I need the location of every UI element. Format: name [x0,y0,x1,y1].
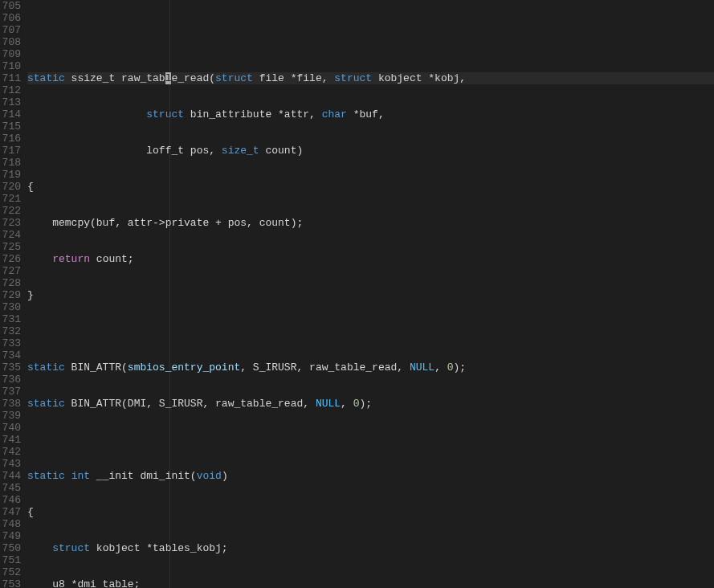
code-line[interactable]: static BIN_ATTR(DMI, S_IRUSR, raw_table_… [27,398,714,410]
line-number: 707 [0,24,21,36]
line-number: 710 [0,60,21,72]
line-number: 720 [0,181,21,193]
code-line[interactable]: return count; [27,253,714,265]
line-number: 733 [0,337,21,349]
line-number: 711 [0,72,21,84]
line-number: 752 [0,566,21,578]
code-line[interactable]: u8 *dmi_table; [27,578,714,588]
code-line[interactable]: static ssize_t raw_table_read(struct fil… [27,72,714,84]
line-number: 750 [0,542,21,554]
keyword: void [197,470,222,482]
line-number: 721 [0,193,21,205]
line-number: 722 [0,205,21,217]
code-text: u8 *dmi_table; [27,578,140,588]
keyword: struct [146,108,184,120]
code-line[interactable]: { [27,181,714,193]
line-number: 734 [0,349,21,361]
line-number: 708 [0,36,21,48]
line-number: 724 [0,229,21,241]
constant: NULL [316,398,341,410]
keyword: size_t [222,145,259,157]
code-text: *buf, [347,108,385,120]
code-text: ); [360,398,373,410]
code-text: BIN_ATTR(DMI, S_IRUSR, raw_table_read, [65,398,316,410]
code-line[interactable] [27,325,714,337]
code-line[interactable]: memcpy(buf, attr->private + pos, count); [27,217,714,229]
line-number: 737 [0,386,21,398]
code-text [27,253,52,265]
line-number: 749 [0,530,21,542]
code-text: , S_IRUSR, raw_table_read, [240,361,410,374]
constant: NULL [410,361,435,374]
keyword: char [322,108,347,120]
code-text: } [27,289,34,301]
keyword: static [27,72,65,84]
line-number: 744 [0,470,21,482]
line-number: 741 [0,434,21,446]
keyword: static [27,398,65,410]
line-number: 751 [0,554,21,566]
identifier: smbios_entry_point [128,361,240,374]
code-line[interactable]: loff_t pos, size_t count) [27,145,714,157]
line-number: 719 [0,169,21,181]
line-number: 714 [0,108,21,120]
code-text: , [435,361,447,374]
keyword: struct [52,542,90,554]
code-text: kobject *kobj, [372,72,466,84]
code-text: { [27,506,34,518]
keyword: static [27,361,65,374]
line-number: 735 [0,361,21,374]
line-number: 748 [0,518,21,530]
code-text: count; [90,253,134,265]
number: 0 [447,361,454,374]
code-editor[interactable]: 705 706 707 708 709 710 711 712 713 714 … [0,0,714,588]
line-number: 742 [0,446,21,458]
code-text: kobject *tables_kobj; [90,542,228,554]
code-text: count) [259,145,304,157]
keyword: return [52,253,90,265]
keyword: static [27,470,65,482]
code-line[interactable]: } [27,289,714,301]
code-line[interactable]: struct bin_attribute *attr, char *buf, [27,108,714,120]
code-text: memcpy(buf, attr->private + pos, count); [27,217,303,229]
line-number: 712 [0,84,21,96]
code-text: file *file, [253,72,334,84]
line-number: 713 [0,96,21,108]
code-area[interactable]: static ssize_t raw_table_read(struct fil… [27,0,714,588]
line-number: 743 [0,458,21,470]
line-number: 726 [0,253,21,265]
keyword: int [71,470,90,482]
line-number: 747 [0,506,21,518]
number: 0 [353,398,360,410]
code-line[interactable]: static BIN_ATTR(smbios_entry_point, S_IR… [27,361,714,374]
code-text: ) [222,470,228,482]
code-text: e_read( [171,72,215,84]
line-number: 746 [0,494,21,506]
line-number: 709 [0,48,21,60]
line-number: 727 [0,265,21,277]
code-text [27,108,146,120]
line-number: 738 [0,398,21,410]
line-number: 718 [0,157,21,169]
line-number: 716 [0,133,21,145]
line-number: 705 [0,0,21,12]
code-line[interactable]: static int __init dmi_init(void) [27,470,714,482]
code-text: , [341,398,353,410]
keyword: struct [334,72,372,84]
code-text [65,470,71,482]
code-line[interactable] [27,434,714,446]
line-number: 745 [0,482,21,494]
code-text: { [27,181,34,193]
line-number: 725 [0,241,21,253]
line-number: 723 [0,217,21,229]
code-text: BIN_ATTR( [65,361,128,374]
code-text: ); [454,361,467,374]
code-line[interactable] [27,36,714,48]
code-line[interactable]: struct kobject *tables_kobj; [27,542,714,554]
line-number: 728 [0,277,21,289]
code-text: ssize_t raw_tab [65,72,165,84]
code-text [27,542,52,554]
code-line[interactable]: { [27,506,714,518]
line-number: 731 [0,313,21,325]
line-number: 729 [0,289,21,301]
